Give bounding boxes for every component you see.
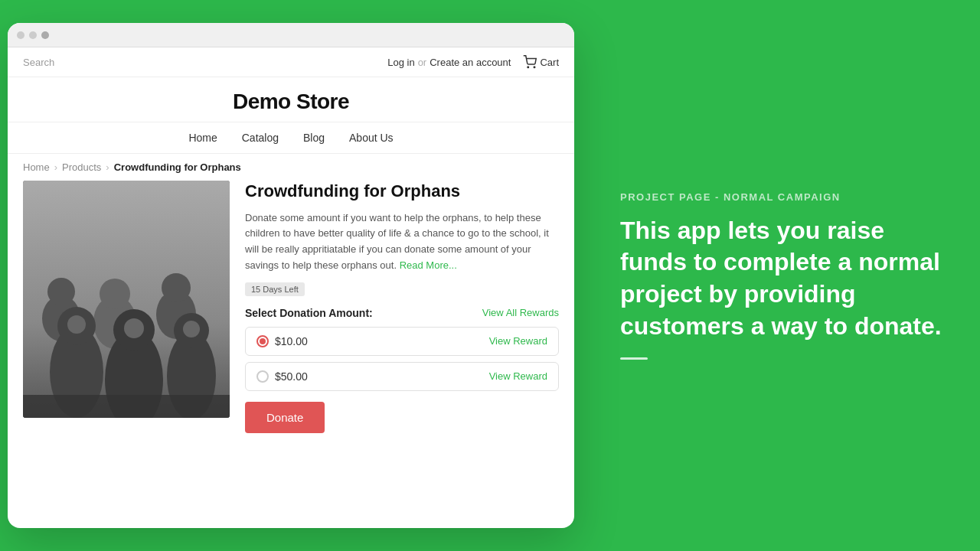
view-reward-link-2[interactable]: View Reward bbox=[489, 370, 547, 382]
donate-button[interactable]: Donate bbox=[245, 402, 325, 433]
cart-icon bbox=[523, 55, 537, 69]
product-area: Crowdfunding for Orphans Donate some amo… bbox=[8, 181, 574, 445]
store-title: Demo Store bbox=[23, 90, 559, 114]
store-nav: Home Catalog Blog About Us bbox=[8, 122, 574, 154]
radio-inner-1 bbox=[260, 338, 266, 344]
left-panel: Search Log in or Create an account Cart … bbox=[0, 0, 582, 551]
product-title: Crowdfunding for Orphans bbox=[245, 181, 559, 203]
breadcrumb-products[interactable]: Products bbox=[62, 161, 101, 173]
donation-section-header: Select Donation Amount: View All Rewards bbox=[245, 307, 559, 319]
view-reward-link-1[interactable]: View Reward bbox=[489, 335, 547, 347]
cart-area[interactable]: Cart bbox=[523, 55, 559, 69]
nav-blog[interactable]: Blog bbox=[303, 132, 325, 144]
browser-window: Search Log in or Create an account Cart … bbox=[8, 23, 574, 528]
donation-amount-2: $50.00 bbox=[275, 370, 308, 383]
product-description: Donate some amount if you want to help t… bbox=[245, 210, 559, 274]
view-all-rewards-link[interactable]: View All Rewards bbox=[482, 307, 559, 318]
nav-home[interactable]: Home bbox=[188, 132, 217, 144]
breadcrumb-home[interactable]: Home bbox=[23, 161, 50, 173]
breadcrumb: Home › Products › Crowdfunding for Orpha… bbox=[8, 154, 574, 181]
svg-point-0 bbox=[528, 67, 529, 68]
read-more-link[interactable]: Read More... bbox=[400, 259, 457, 271]
login-link[interactable]: Log in bbox=[387, 57, 414, 68]
nav-about[interactable]: About Us bbox=[349, 132, 394, 144]
donation-option-1-left: $10.00 bbox=[256, 335, 308, 347]
breadcrumb-sep-2: › bbox=[106, 161, 109, 173]
photo-bg bbox=[23, 181, 230, 418]
right-panel: PROJECT PAGE - NORMAL CAMPAIGN This app … bbox=[582, 0, 980, 551]
create-account-link[interactable]: Create an account bbox=[430, 57, 511, 68]
store-title-area: Demo Store bbox=[8, 77, 574, 122]
breadcrumb-sep-1: › bbox=[54, 161, 57, 173]
donation-title-text: Select Donation Amount: bbox=[245, 307, 373, 319]
product-image bbox=[23, 181, 230, 418]
breadcrumb-current: Crowdfunding for Orphans bbox=[114, 161, 241, 173]
store-content: Search Log in or Create an account Cart … bbox=[8, 47, 574, 528]
svg-point-7 bbox=[100, 279, 130, 309]
cart-label: Cart bbox=[540, 57, 559, 68]
browser-dot-red bbox=[17, 31, 24, 39]
svg-point-17 bbox=[124, 318, 144, 338]
radio-btn-1[interactable] bbox=[256, 335, 269, 347]
or-separator: or bbox=[418, 57, 427, 68]
svg-point-16 bbox=[67, 315, 86, 334]
nav-catalog[interactable]: Catalog bbox=[242, 132, 279, 144]
browser-dot-green bbox=[41, 31, 49, 39]
svg-point-9 bbox=[162, 273, 191, 302]
donation-option-2[interactable]: $50.00 View Reward bbox=[245, 362, 559, 391]
svg-rect-19 bbox=[23, 395, 230, 418]
product-info: Crowdfunding for Orphans Donate some amo… bbox=[245, 181, 559, 433]
browser-dot-yellow bbox=[29, 31, 37, 39]
days-left-badge: 15 Days Left bbox=[245, 282, 305, 296]
donation-option-2-left: $50.00 bbox=[256, 370, 308, 383]
right-subtitle: PROJECT PAGE - NORMAL CAMPAIGN bbox=[620, 191, 942, 203]
top-bar: Search Log in or Create an account Cart bbox=[8, 47, 574, 77]
donation-option-1[interactable]: $10.00 View Reward bbox=[245, 327, 559, 356]
svg-point-1 bbox=[534, 67, 536, 68]
search-label[interactable]: Search bbox=[23, 57, 54, 68]
children-silhouette bbox=[23, 181, 230, 418]
donation-amount-1: $10.00 bbox=[275, 335, 308, 347]
svg-point-5 bbox=[47, 278, 75, 305]
svg-point-18 bbox=[183, 321, 200, 337]
right-divider bbox=[620, 357, 648, 360]
browser-chrome bbox=[8, 23, 574, 47]
right-title: This app lets you raise funds to complet… bbox=[620, 215, 942, 342]
radio-btn-2[interactable] bbox=[256, 370, 269, 383]
